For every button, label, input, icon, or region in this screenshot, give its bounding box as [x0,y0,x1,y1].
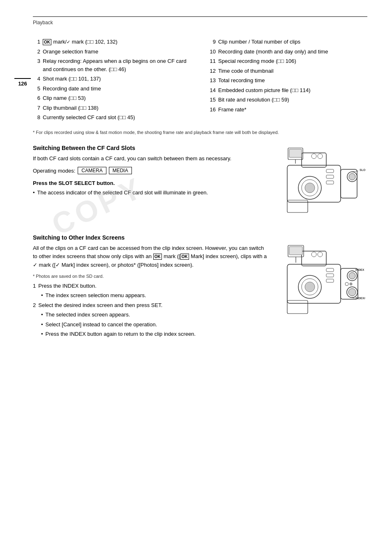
svg-rect-20 [302,251,326,266]
list-item: 2 Orange selection frame [33,48,192,56]
list-item: 13 Total recording time [208,76,367,85]
list-item: 5 Recording date and time [33,85,192,93]
media-mode-badge: MEDIA [109,167,132,174]
svg-rect-32 [326,268,334,272]
svg-rect-8 [326,169,334,173]
svg-text:INDEX/■: INDEX/■ [355,297,365,300]
svg-text:SLOT SELECT: SLOT SELECT [360,169,365,171]
step1: 1 Press the INDEX button. [33,282,269,290]
svg-rect-0 [287,165,341,202]
step1-bullets: • The index screen selection menu appear… [41,291,269,300]
list-item: 7 Clip thumbnail (□□ 138) [33,104,192,112]
page-number: 126 [14,78,31,87]
svg-point-17 [311,154,316,159]
step1-bullet1: • The index screen selection menu appear… [41,291,269,300]
bullet-icon: • [41,291,43,300]
header-section: Playback [33,16,367,25]
section1-heading: Switching Between the CF Card Slots [33,145,269,151]
operating-modes: Operating modes: CAMERA MEDIA [33,167,269,174]
step2-bullet2: • Select [Cancel] instead to cancel the … [41,321,269,329]
list-item: 11 Special recording mode (□□ 106) [208,57,367,65]
list-item: 16 Frame rate* [208,106,367,114]
slot-select-camera-svg: SLOT SELECT [279,145,365,223]
step2-bullet3-text: Press the INDEX button again to return t… [46,330,196,338]
step2-bullets: • The selected index screen appears. • S… [41,311,269,338]
list-item: 1 OK mark/✓ mark (□□ 102, 132) [33,38,192,46]
step1-bullet1-text: The index screen selection menu appears. [46,291,146,300]
section2-image: INDEX INDEX/■ [277,234,367,340]
svg-point-29 [349,272,355,279]
step1-text: Press the INDEX button. [38,282,97,290]
list-item: 4 Shot mark (□□ 101, 137) [33,75,192,83]
section1-image: SLOT SELECT [277,145,367,223]
list-item: 15 Bit rate and resolution (□□ 59) [208,96,367,104]
svg-point-13 [349,173,355,180]
svg-point-41 [311,252,316,257]
svg-point-18 [318,154,323,159]
check-icon: ✓ [33,262,37,268]
svg-rect-22 [289,247,302,255]
svg-rect-3 [289,149,302,157]
svg-point-42 [318,252,323,257]
footnote: * For clips recorded using slow & fast m… [33,130,367,135]
svg-point-36 [348,289,356,296]
section1-bullet: • The access indicator of the selected C… [33,189,269,197]
svg-text:INDEX: INDEX [355,268,364,271]
svg-rect-9 [326,175,334,178]
step2-bullet3: • Press the INDEX button again to return… [41,330,269,338]
section1-block: Switching Between the CF Card Slots If b… [33,145,367,223]
step2-bullet1: • The selected index screen appears. [41,311,269,319]
list-item: 3 Relay recording: Appears when a clip b… [33,57,192,73]
svg-point-44 [350,283,352,285]
header-label: Playback [33,20,53,25]
list-item: 10 Recording date (month and day only) a… [208,48,367,56]
index-camera-svg: INDEX INDEX/■ [279,240,365,334]
list-item: 6 Clip name (□□ 53) [33,94,192,102]
section2-heading: Switching to Other Index Screens [33,234,269,241]
section2-block: Switching to Other Index Screens All of … [33,234,367,340]
camera-mode-badge: CAMERA [78,167,106,174]
svg-rect-10 [326,181,334,184]
numbered-list-section: 1 OK mark/✓ mark (□□ 102, 132) 2 Orange … [33,38,367,123]
step2-text: Select the desired index screen and then… [38,301,162,309]
step2: 2 Select the desired index screen and th… [33,301,269,309]
bullet-icon: • [41,311,43,319]
ok-mark3-icon: OK [180,254,189,260]
bullet-icon: • [41,330,43,338]
section2-footnote: * Photos are saved on the SD card. [33,274,269,279]
page: Playback 126 1 OK mark/✓ mark (□□ 102, 1… [0,0,392,368]
check2-icon: ✓ [55,262,60,268]
step2-bullet1-text: The selected index screen appears. [46,311,130,319]
list-column-left: 1 OK mark/✓ mark (□□ 102, 132) 2 Orange … [33,38,192,123]
list-column-right: 9 Clip number / Total number of clips 10… [208,38,367,123]
list-item: 9 Clip number / Total number of clips [208,38,367,46]
svg-rect-40 [287,300,308,314]
section1-text: If both CF card slots contain a CF card,… [33,155,269,163]
ok-mark-icon: OK [43,39,51,45]
svg-rect-34 [326,279,334,282]
section2-content: Switching to Other Index Screens All of … [33,234,269,340]
svg-rect-11 [341,169,357,198]
section1-bullet-text: The access indicator of the selected CF … [37,189,208,197]
list-item: 14 Embedded custom picture file (□□ 114) [208,86,367,95]
section1-content: Switching Between the CF Card Slots If b… [33,145,269,223]
svg-point-7 [305,183,315,193]
list-item: 12 Time code of thumbnail [208,67,367,75]
section2-text1: All of the clips on a CF card can be acc… [33,244,269,270]
svg-rect-33 [326,274,334,277]
svg-point-26 [305,282,315,292]
list-item: 8 Currently selected CF card slot (□□ 45… [33,113,192,122]
bullet-icon: • [33,189,35,197]
section1-sub-heading: Press the SLOT SELECT button. [33,180,269,186]
bullet-icon: • [41,321,43,329]
step2-bullet2-text: Select [Cancel] instead to cancel the op… [46,321,157,329]
operating-modes-label: Operating modes: [33,168,75,174]
ok-mark2-icon: OK [153,254,162,260]
svg-point-43 [345,282,348,286]
